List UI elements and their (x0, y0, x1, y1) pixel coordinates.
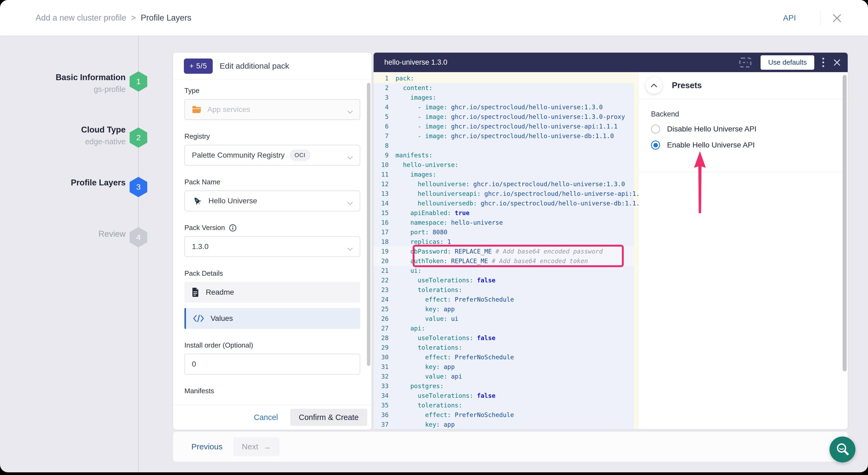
collapse-presets-button[interactable] (646, 77, 662, 94)
step-sublabel: gs-profile (56, 85, 126, 94)
code-line: 36 effect: PreferNoSchedule (374, 410, 639, 420)
code-line: 19 dbPassword: REPLACE_ME # Add base64 e… (374, 247, 639, 256)
code-line: 11 images: (374, 170, 639, 179)
step-3-hexagon[interactable]: 3 (130, 177, 147, 197)
install-order-input[interactable]: 0 (184, 354, 360, 375)
edit-pack-header: + 5/5 Edit additional pack (173, 53, 371, 80)
step-review[interactable]: Review (98, 229, 126, 239)
code-line: 12 hellouniverse: ghcr.io/spectrocloud/h… (374, 179, 639, 189)
type-select[interactable]: App services (184, 99, 360, 120)
preset-option-label: Disable Hello Universe API (667, 125, 756, 133)
close-icon[interactable] (832, 13, 842, 24)
topbar-divider (820, 10, 821, 26)
more-options-icon[interactable] (822, 58, 824, 67)
pack-values-panel: hello-universe 1.3.0 Use defaults 1pack:… (374, 53, 848, 429)
pack-version-select[interactable]: 1.3.0 (184, 236, 360, 257)
step-cloud-type[interactable]: Cloud Type edge-native (81, 125, 126, 146)
code-line: 22 useTolerations: false (374, 276, 639, 285)
document-icon (191, 287, 199, 297)
preset-option-enable-api[interactable]: Enable Hello Universe API (651, 140, 755, 150)
code-line: 21 ui: (374, 266, 639, 276)
yaml-code-editor[interactable]: 1pack:2 content:3 images:4 - image: ghcr… (374, 72, 639, 429)
pack-name-select[interactable]: Hello Universe (184, 190, 360, 211)
pack-count-badge: + 5/5 (184, 59, 213, 74)
type-label: Type (184, 87, 360, 95)
install-order-label: Install order (Optional) (184, 341, 360, 349)
form-scrollbar[interactable] (367, 83, 370, 366)
info-icon[interactable] (229, 224, 237, 232)
code-line: 9manifests: (374, 150, 639, 160)
step-sublabel: edge-native (81, 137, 126, 146)
step-basic-information[interactable]: Basic Information gs-profile (56, 73, 126, 94)
step-2-hexagon[interactable]: 2 (130, 127, 147, 148)
radio-unselected-icon[interactable] (651, 125, 660, 134)
registry-value: Palette Community Registry (192, 151, 285, 159)
annotation-arrow-up (694, 151, 706, 213)
diff-view-icon[interactable] (739, 58, 751, 68)
step-1-hexagon[interactable]: 1 (130, 71, 147, 92)
cancel-button[interactable]: Cancel (252, 413, 280, 422)
install-order-value: 0 (192, 360, 196, 369)
pack-name-value: Hello Universe (209, 197, 257, 205)
breadcrumb-separator: > (131, 13, 136, 23)
top-bar: Add a new cluster profile > Profile Laye… (0, 0, 868, 36)
preset-option-label: Enable Hello Universe API (667, 141, 755, 149)
backend-group-label: Backend (651, 110, 679, 118)
chevron-down-icon (347, 245, 353, 253)
stepper-connector-line (138, 35, 139, 472)
pack-version-value: 1.3.0 (192, 242, 209, 251)
code-line: 7 - image: ghcr.io/spectrocloud/hello-un… (374, 131, 639, 141)
values-tab-label: Values (211, 314, 233, 323)
edit-pack-title: Edit additional pack (220, 61, 289, 70)
code-line: 16 namespace: hello-universe (374, 218, 639, 227)
radio-selected-icon[interactable] (651, 140, 660, 150)
code-line: 15 apiEnabled: true (374, 208, 639, 218)
code-line: 35 tolerations: (374, 401, 639, 410)
wizard-nav-bar: Previous Next → (173, 432, 848, 462)
code-line: 17 port: 8080 (374, 227, 639, 237)
code-line: 18 replicas: 1 (374, 237, 639, 247)
step-number: 1 (136, 77, 141, 86)
code-line: 14 hellouniversedb: ghcr.io/spectrocloud… (374, 198, 639, 208)
step-number: 3 (136, 183, 141, 192)
chevron-up-icon (650, 83, 657, 88)
presets-panel: Presets Backend Disable Hello Universe A… (639, 72, 848, 429)
editor-close-icon[interactable] (833, 59, 841, 66)
chevron-down-icon (347, 153, 353, 162)
step-number: 2 (136, 133, 141, 142)
code-line: 24 effect: PreferNoSchedule (374, 295, 639, 304)
step-label: Cloud Type (81, 125, 126, 135)
confirm-create-button[interactable]: Confirm & Create (290, 409, 367, 426)
code-line: 30 effect: PreferNoSchedule (374, 352, 639, 362)
values-tab[interactable]: Values (184, 308, 360, 329)
arrow-right-icon: → (263, 442, 271, 451)
step-profile-layers[interactable]: Profile Layers (71, 178, 126, 188)
next-button[interactable]: Next → (233, 437, 280, 456)
step-label: Profile Layers (71, 178, 126, 188)
use-defaults-button[interactable]: Use defaults (761, 55, 814, 70)
readme-tab[interactable]: Readme (184, 282, 360, 303)
code-line: 1pack: (374, 73, 639, 83)
manifests-label: Manifests (184, 387, 360, 395)
step-4-hexagon: 4 (130, 227, 147, 247)
registry-select[interactable]: Palette Community Registry OCI (184, 145, 360, 166)
presets-scrollbar[interactable] (843, 75, 847, 371)
code-line: 37 key: app (374, 420, 639, 429)
code-line: 13 hellouniverseapi: ghcr.io/spectroclou… (374, 189, 639, 198)
breadcrumb-link[interactable]: Add a new cluster profile (35, 13, 126, 23)
edit-pack-form: Type App services Registry Palette Commu… (173, 80, 371, 405)
code-line: 3 images: (374, 93, 639, 102)
code-line: 33 postgres: (374, 381, 639, 391)
feedback-magnifier-button[interactable] (830, 437, 856, 463)
step-number: 4 (136, 233, 141, 242)
page-title: Profile Layers (141, 13, 192, 23)
preset-option-disable-api[interactable]: Disable Hello Universe API (651, 125, 756, 134)
code-line: 26 value: ui (374, 314, 639, 323)
chevron-down-icon (347, 199, 353, 208)
registry-oci-badge: OCI (289, 149, 311, 161)
presets-title: Presets (672, 81, 702, 90)
code-line: 10 hello-universe: (374, 160, 639, 170)
breadcrumb: Add a new cluster profile > Profile Laye… (35, 0, 191, 35)
previous-button[interactable]: Previous (190, 442, 224, 451)
api-link[interactable]: API (783, 0, 796, 35)
